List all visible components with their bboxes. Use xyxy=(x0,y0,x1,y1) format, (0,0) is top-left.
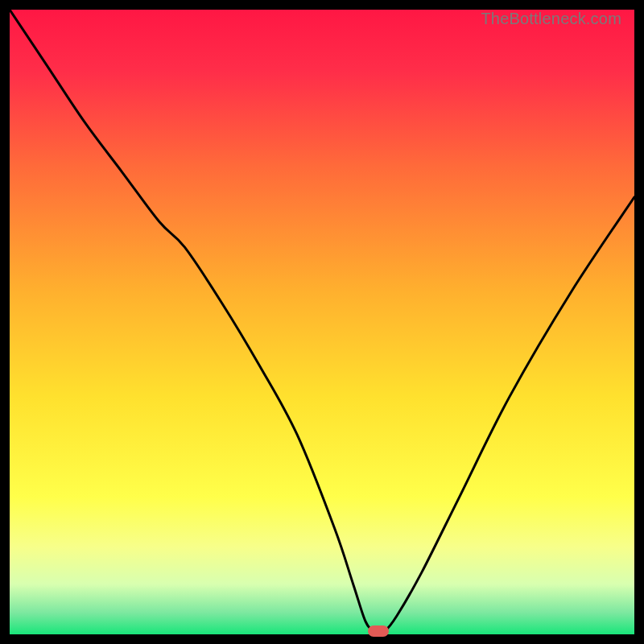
bottleneck-chart xyxy=(10,10,634,634)
gradient-background xyxy=(10,10,634,634)
optimum-marker xyxy=(368,625,389,637)
watermark-text: TheBottleneck.com xyxy=(481,10,621,28)
chart-frame: TheBottleneck.com xyxy=(10,10,634,634)
